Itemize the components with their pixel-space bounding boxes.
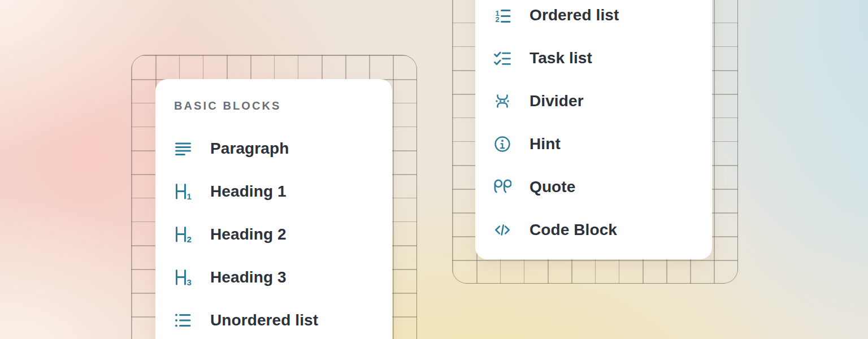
svg-text:2: 2 [496, 15, 500, 24]
menu-item-label: Quote [530, 178, 575, 196]
menu-item-task-list[interactable]: Task list [493, 37, 696, 80]
menu-item-quote[interactable]: Quote [493, 166, 696, 208]
task-list-icon [493, 49, 511, 67]
divider-icon [493, 92, 511, 110]
basic-blocks-menu-card: BASIC BLOCKS Paragraph 1 Heading 1 2 Hea… [155, 79, 392, 339]
menu-item-label: Divider [530, 92, 584, 110]
heading-1-icon: 1 [174, 182, 192, 201]
menu-item-label: Ordered list [530, 6, 619, 24]
menu-item-divider[interactable]: Divider [493, 80, 696, 123]
unordered-list-icon [174, 311, 192, 329]
menu-item-heading-3[interactable]: 3 Heading 3 [174, 256, 376, 299]
menu-item-heading-2[interactable]: 2 Heading 2 [174, 213, 376, 256]
svg-text:1: 1 [187, 192, 192, 201]
svg-text:3: 3 [187, 277, 192, 286]
menu-item-label: Unordered list [210, 311, 318, 329]
menu-item-heading-1[interactable]: 1 Heading 1 [174, 170, 376, 213]
menu-item-label: Heading 2 [210, 225, 287, 244]
insert-blocks-list: 1 2 Ordered list Task list Divider Hint … [493, 0, 696, 251]
quote-icon [493, 178, 511, 196]
heading-3-icon: 3 [174, 268, 192, 286]
block-editor-menu-illustration: BASIC BLOCKS Paragraph 1 Heading 1 2 Hea… [0, 0, 868, 339]
menu-item-label: Heading 3 [210, 268, 287, 286]
menu-item-hint[interactable]: Hint [493, 123, 696, 166]
menu-item-label: Paragraph [210, 140, 289, 158]
menu-item-label: Code Block [530, 221, 617, 239]
menu-item-paragraph[interactable]: Paragraph [174, 127, 376, 170]
menu-item-code-block[interactable]: Code Block [493, 208, 696, 251]
heading-2-icon: 2 [174, 225, 192, 244]
menu-item-unordered-list[interactable]: Unordered list [174, 299, 376, 339]
menu-item-label: Hint [530, 135, 561, 153]
menu-item-ordered-list[interactable]: 1 2 Ordered list [493, 0, 696, 37]
code-block-icon [493, 221, 511, 239]
menu-item-label: Heading 1 [210, 182, 287, 201]
paragraph-icon [174, 140, 192, 158]
ordered-list-icon: 1 2 [493, 6, 511, 24]
hint-icon [493, 135, 511, 153]
section-label-basic-blocks: BASIC BLOCKS [174, 99, 376, 112]
insert-menu-card: 1 2 Ordered list Task list Divider Hint … [475, 0, 712, 259]
svg-text:2: 2 [187, 234, 192, 244]
menu-item-label: Task list [530, 49, 592, 67]
basic-blocks-list: Paragraph 1 Heading 1 2 Heading 2 3 Head… [174, 127, 376, 339]
